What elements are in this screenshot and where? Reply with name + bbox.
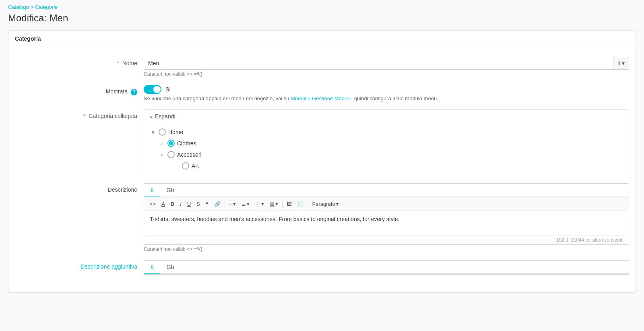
nome-label: * Nome	[15, 57, 144, 66]
align-chevron	[233, 201, 236, 207]
home-expand-icon[interactable]: ∨	[150, 129, 156, 135]
categoria-collegata-wrap: Espandi ∨ Home ›	[144, 110, 629, 175]
toolbar-italic-btn[interactable]: I	[178, 200, 184, 208]
paragraph-label: Paragrafo	[312, 201, 335, 207]
toolbar-code-btn[interactable]: <>	[147, 200, 158, 208]
page-container: Catalogo > Categorie Modifica: Men Categ…	[0, 0, 644, 301]
mostrata-help-icon[interactable]: ?	[131, 89, 137, 95]
nome-row: * Nome it Caratteri non validi: <>;=#{}	[15, 57, 629, 77]
list-chevron	[247, 201, 250, 207]
breadcrumb-separator: >	[31, 4, 35, 10]
cc-required-star: *	[83, 113, 85, 119]
table-chevron	[275, 201, 278, 207]
tab-aggiuntiva-gb[interactable]: Gb	[160, 261, 181, 274]
card-body: * Nome it Caratteri non validi: <>;=#{}	[8, 47, 636, 292]
tab-gb[interactable]: Gb	[160, 184, 181, 197]
toolbar-sep1	[225, 201, 225, 208]
categoria-collegata-row: * Categoria collegata Espandi ∨	[15, 110, 629, 175]
categoria-collegata-label: * Categoria collegata	[15, 110, 144, 119]
descrizione-tabs: It Gb	[144, 184, 629, 197]
card-header: Categoria	[8, 31, 636, 47]
home-radio[interactable]	[159, 128, 166, 136]
mostrata-control-wrap: Sì Se vuoi che una categoria appaia nel …	[144, 85, 629, 101]
desc-aggiuntiva-label: Descrizione aggiuntiva	[15, 260, 144, 270]
toolbar-file-btn[interactable]: 📄	[295, 200, 306, 208]
toolbar-image-btn[interactable]: 🖼	[284, 200, 294, 208]
editor-char-count: 102 di 21844 caratteri consentiti	[144, 235, 629, 244]
clothes-radio[interactable]	[167, 140, 175, 147]
tree-item-home[interactable]: ∨ Home	[144, 126, 629, 138]
desc-aggiuntiva-editor: It Gb	[144, 260, 629, 275]
desc-aggiuntiva-row: Descrizione aggiuntiva It Gb	[15, 260, 629, 275]
toolbar-link-btn[interactable]: 🔗	[212, 200, 223, 208]
mostrata-row: Mostrata ? Sì Se vuoi che una categoria …	[15, 85, 629, 101]
home-label: Home	[168, 129, 183, 135]
descrizione-wrap: It Gb <> A B I U S ❝ 🔗	[144, 183, 629, 252]
toolbar-underline-btn[interactable]: U	[185, 200, 193, 208]
tree-item-accessori[interactable]: › Accessori	[144, 149, 629, 160]
tree-item-clothes[interactable]: › Clothes	[144, 138, 629, 149]
art-radio[interactable]	[182, 162, 189, 170]
toolbar-paragraph-btn[interactable]: Paragrafo	[310, 200, 341, 208]
mostrata-label: Mostrata ?	[15, 85, 144, 95]
clothes-label: Clothes	[177, 140, 196, 147]
accessori-radio[interactable]	[167, 151, 175, 158]
lang-selector[interactable]: it	[613, 57, 629, 70]
lang-chevron-icon	[622, 60, 625, 66]
editor-content[interactable]: T-shirts, sweaters, hoodies and men's ac…	[144, 211, 629, 235]
toolbar-sep2	[282, 201, 283, 208]
nome-input[interactable]	[144, 57, 613, 70]
toolbar-strikethrough-btn[interactable]: S	[194, 200, 202, 208]
mostrata-info-link[interactable]: Moduli > Gestione Moduli.	[291, 95, 351, 101]
page-title: Modifica: Men	[8, 12, 636, 24]
breadcrumb-catalog[interactable]: Catalogo	[8, 4, 29, 10]
nome-required-star: *	[117, 60, 119, 66]
clothes-expand-icon[interactable]: ›	[159, 140, 165, 147]
toolbar-bold-btn[interactable]: B	[168, 200, 177, 208]
toolbar-sep3	[308, 201, 308, 208]
art-label: Art	[192, 163, 199, 169]
descrizione-row: Descrizione It Gb <> A B	[15, 183, 629, 252]
toolbar-indent-btn[interactable]: ⋮	[253, 200, 266, 208]
toolbar-underline-color-btn[interactable]: A	[159, 200, 167, 208]
breadcrumb-categories[interactable]: Categorie	[35, 4, 58, 10]
mostrata-info: Se vuoi che una categoria appaia nel men…	[144, 95, 629, 101]
toolbar-list-btn[interactable]: ≣	[239, 200, 252, 208]
nome-input-group: it	[144, 57, 629, 70]
nome-hint: Caratteri non validi: <>;=#{}	[144, 71, 629, 77]
desc-aggiuntiva-tabs: It Gb	[144, 261, 629, 274]
categoria-card: Categoria * Nome it Caratteri non	[8, 30, 636, 293]
breadcrumb: Catalogo > Categorie	[8, 4, 636, 10]
descrizione-label: Descrizione	[15, 183, 144, 193]
category-tree: Espandi ∨ Home ›	[144, 110, 629, 175]
paragraph-chevron	[336, 201, 339, 207]
mostrata-value: Sì	[165, 86, 171, 93]
editor-toolbar: <> A B I U S ❝ 🔗 ≡ ≣ ⋮ ▦	[144, 197, 629, 211]
indent-chevron	[261, 201, 264, 207]
mostrata-toggle[interactable]	[144, 85, 161, 94]
toolbar-table-btn[interactable]: ▦	[267, 200, 281, 208]
tree-item-art[interactable]: › Art	[144, 160, 629, 172]
mostrata-toggle-row: Sì	[144, 85, 629, 94]
tree-expand-header[interactable]: Espandi	[144, 110, 629, 123]
accessori-label: Accessori	[177, 151, 202, 158]
toolbar-align-btn[interactable]: ≡	[227, 200, 238, 208]
tree-body: ∨ Home › Clothes	[144, 123, 629, 175]
desc-aggiuntiva-wrap: It Gb	[144, 260, 629, 275]
tab-aggiuntiva-it[interactable]: It	[144, 261, 160, 274]
expand-label: Espandi	[155, 113, 175, 120]
descrizione-editor: It Gb <> A B I U S ❝ 🔗	[144, 183, 629, 245]
nome-control-wrap: it Caratteri non validi: <>;=#{}	[144, 57, 629, 77]
tab-it[interactable]: It	[144, 184, 160, 197]
accessori-expand-icon[interactable]: ›	[159, 151, 165, 158]
descrizione-hint: Caratteri non validi: <>;=#{}	[144, 246, 629, 252]
toolbar-quote-btn[interactable]: ❝	[203, 200, 211, 208]
tree-expand-chevron	[150, 113, 153, 120]
